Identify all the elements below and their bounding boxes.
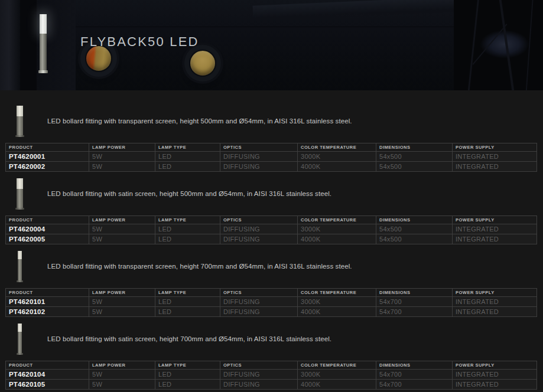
cell-lamp-type: LED — [155, 297, 220, 307]
cell-product-code[interactable]: PT4620102 — [6, 307, 89, 317]
cell-lamp-type: LED — [155, 380, 220, 390]
spec-table: PRODUCT LAMP POWER LAMP TYPE OPTICS COLO… — [5, 288, 537, 317]
cell-optics: DIFFUSING — [220, 370, 298, 380]
cell-dimensions: 54x500 — [376, 162, 453, 172]
cell-optics: DIFFUSING — [220, 234, 298, 244]
product-description: LED bollard fitting with satin screen, h… — [47, 190, 331, 197]
cell-dimensions: 54x500 — [376, 234, 453, 244]
hero-bollard-light — [40, 14, 47, 73]
bollard-base — [17, 353, 23, 355]
product-section: LED bollard fitting with transparent scr… — [0, 251, 543, 317]
cell-color-temperature: 3000K — [298, 152, 376, 162]
table-row: PT4620001 5W LED DIFFUSING 3000K 54x500 … — [6, 152, 537, 162]
spec-table-header-row: PRODUCT LAMP POWER LAMP TYPE OPTICS COLO… — [6, 216, 537, 224]
bollard-700-graphic — [18, 251, 22, 282]
cell-power-supply: INTEGRATED — [453, 234, 537, 244]
bollard-product-image — [0, 324, 47, 354]
bollard-body — [17, 189, 23, 208]
bollard-body — [18, 332, 22, 353]
hero-pillar — [0, 0, 20, 90]
section-intro: LED bollard fitting with transparent scr… — [0, 106, 543, 136]
product-description: LED bollard fitting with satin screen, h… — [47, 335, 331, 342]
page-title: FLYBACK50 LED — [80, 34, 199, 50]
cell-dimensions: 54x500 — [376, 224, 453, 234]
cell-color-temperature: 3000K — [298, 370, 376, 380]
cell-product-code[interactable]: PT4620004 — [6, 224, 89, 234]
col-header-lamp-type: LAMP TYPE — [155, 216, 220, 224]
spec-table: PRODUCT LAMP POWER LAMP TYPE OPTICS COLO… — [5, 361, 537, 390]
bollard-screen — [18, 324, 22, 332]
col-header-product: PRODUCT — [6, 289, 89, 297]
bollard-base — [15, 135, 24, 137]
cell-optics: DIFFUSING — [220, 380, 298, 390]
cell-lamp-type: LED — [155, 224, 220, 234]
product-section: LED bollard fitting with satin screen, h… — [0, 324, 543, 390]
cell-color-temperature: 4000K — [298, 307, 376, 317]
hero-shadow-gap — [20, 0, 37, 90]
cell-optics: DIFFUSING — [220, 224, 298, 234]
bollard-500-graphic — [17, 178, 23, 210]
spec-table-header-row: PRODUCT LAMP POWER LAMP TYPE OPTICS COLO… — [6, 361, 537, 370]
cell-power-supply: INTEGRATED — [453, 297, 537, 307]
hero-image: FLYBACK50 LED — [0, 0, 543, 90]
cell-dimensions: 54x700 — [376, 380, 453, 390]
bollard-screen — [18, 251, 22, 259]
col-header-power-supply: POWER SUPPLY — [453, 289, 537, 297]
cell-color-temperature: 4000K — [298, 380, 376, 390]
cell-dimensions: 54x700 — [376, 370, 453, 380]
bollard-product-image — [0, 106, 47, 136]
cell-power-supply: INTEGRATED — [453, 370, 537, 380]
spec-table-header-row: PRODUCT LAMP POWER LAMP TYPE OPTICS COLO… — [6, 143, 537, 152]
product-section: LED bollard fitting with transparent scr… — [0, 106, 543, 172]
cell-product-code[interactable]: PT4620104 — [6, 370, 89, 380]
col-header-color-temperature: COLOR TEMPERATURE — [298, 216, 376, 224]
col-header-product: PRODUCT — [6, 143, 89, 152]
col-header-lamp-power: LAMP POWER — [89, 289, 155, 297]
table-row: PT4620102 5W LED DIFFUSING 4000K 54x700 … — [6, 307, 537, 317]
cell-optics: DIFFUSING — [220, 297, 298, 307]
cell-product-code[interactable]: PT4620105 — [6, 380, 89, 390]
bollard-base — [38, 70, 48, 73]
cell-lamp-power: 5W — [89, 224, 155, 234]
spec-table-header-row: PRODUCT LAMP POWER LAMP TYPE OPTICS COLO… — [6, 289, 537, 297]
col-header-lamp-type: LAMP TYPE — [155, 143, 220, 152]
col-header-color-temperature: COLOR TEMPERATURE — [298, 289, 376, 297]
col-header-lamp-type: LAMP TYPE — [155, 289, 220, 297]
col-header-dimensions: DIMENSIONS — [376, 289, 453, 297]
cell-optics: DIFFUSING — [220, 307, 298, 317]
section-intro: LED bollard fitting with satin screen, h… — [0, 178, 543, 209]
product-description: LED bollard fitting with transparent scr… — [47, 263, 352, 270]
cell-lamp-type: LED — [155, 152, 220, 162]
bollard-body — [18, 259, 22, 280]
cell-lamp-power: 5W — [89, 307, 155, 317]
spec-table: PRODUCT LAMP POWER LAMP TYPE OPTICS COLO… — [5, 143, 537, 172]
bollard-base — [15, 208, 24, 210]
cell-power-supply: INTEGRATED — [453, 162, 537, 172]
col-header-optics: OPTICS — [220, 289, 298, 297]
col-header-lamp-power: LAMP POWER — [89, 361, 155, 370]
col-header-lamp-power: LAMP POWER — [89, 143, 155, 152]
cell-product-code[interactable]: PT4620001 — [6, 152, 89, 162]
col-header-dimensions: DIMENSIONS — [376, 361, 453, 370]
cell-color-temperature: 4000K — [298, 162, 376, 172]
table-row: PT4620002 5W LED DIFFUSING 4000K 54x500 … — [6, 162, 537, 172]
cell-lamp-type: LED — [155, 162, 220, 172]
cell-dimensions: 54x700 — [376, 297, 453, 307]
col-header-optics: OPTICS — [220, 143, 298, 152]
col-header-dimensions: DIMENSIONS — [376, 143, 453, 152]
cell-lamp-type: LED — [155, 234, 220, 244]
cell-lamp-power: 5W — [89, 297, 155, 307]
cell-lamp-type: LED — [155, 307, 220, 317]
col-header-color-temperature: COLOR TEMPERATURE — [298, 361, 376, 370]
cell-product-code[interactable]: PT4620005 — [6, 234, 89, 244]
col-header-power-supply: POWER SUPPLY — [453, 361, 537, 370]
col-header-dimensions: DIMENSIONS — [376, 216, 453, 224]
product-description: LED bollard fitting with transparent scr… — [47, 117, 352, 125]
cell-color-temperature: 3000K — [298, 297, 376, 307]
cell-product-code[interactable]: PT4620002 — [6, 162, 89, 172]
porthole-window-right — [189, 50, 216, 77]
cell-product-code[interactable]: PT4620101 — [6, 297, 89, 307]
bollard-500-graphic — [17, 106, 23, 137]
col-header-color-temperature: COLOR TEMPERATURE — [298, 143, 376, 152]
bollard-base — [17, 280, 23, 282]
